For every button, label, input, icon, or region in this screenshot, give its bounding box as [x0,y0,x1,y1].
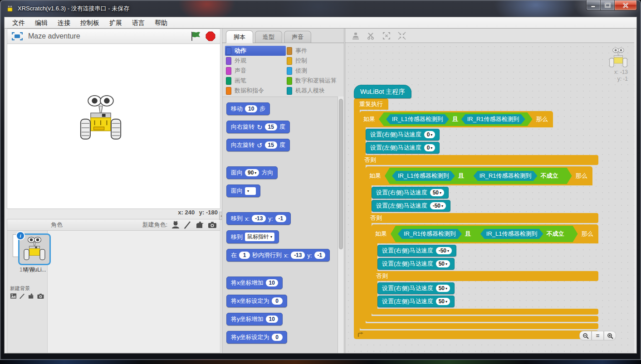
robot-sprite[interactable] [79,94,122,144]
number-input[interactable]: 0 [272,297,283,305]
shrink-icon[interactable] [398,32,406,40]
category-3[interactable]: 画笔 [225,76,286,86]
category-9[interactable]: 机器人模块 [286,86,342,96]
category-6[interactable]: 控制 [286,56,342,66]
hat-block-wulibot-main[interactable]: WuLiBot 主程序 [354,85,411,98]
tab-sounds[interactable]: 声音 [284,31,311,43]
palette-block-2[interactable]: 向左旋转↺15度 [226,139,290,151]
camera-backdrop-icon[interactable] [37,293,44,299]
set-left-motor-block[interactable]: 设置(左侧)马达速度50▾ [377,296,455,307]
maximize-button[interactable] [601,0,615,10]
if-else-block-1[interactable]: 如果 IR_L1传感器检测到 且 IR_R1传感器检测到 那么 [360,111,598,329]
stop-button[interactable] [206,31,215,41]
and-operator-1[interactable]: IR_L1传感器检测到 且 IR_R1传感器检测到 [379,112,533,126]
and-operator-3[interactable]: IR_R1传感器检测到 且 IR_L1传感器检测到 不成立 [391,226,578,242]
paint-new-sprite-icon[interactable] [183,221,192,229]
category-0[interactable]: 动作 [225,46,286,56]
category-8[interactable]: 数字和逻辑运算 [286,76,342,86]
sensor-ir-r1[interactable]: IR_R1传感器检测到 [474,171,538,181]
number-input[interactable]: 15 [265,141,277,149]
dropdown[interactable]: -50▾ [430,202,446,209]
repeat-forever-block[interactable]: 重复执行 如果 IR_L1传感器检测到 且 IR [354,98,598,339]
palette-block-4[interactable]: 面向▾ [226,184,260,197]
upload-sprite-icon[interactable] [196,221,205,229]
dropdown[interactable]: 90▾ [245,169,259,176]
stamp-icon[interactable] [352,32,360,40]
number-input[interactable]: -1 [314,252,326,259]
sprite-info-badge[interactable]: i [16,231,25,240]
palette-scrollbar[interactable] [338,97,344,353]
scissors-icon[interactable] [367,32,375,40]
set-left-motor-block[interactable]: 设置(左侧)马达速度50▾ [377,258,455,270]
category-1[interactable]: 外观 [225,56,286,66]
backdrop-library-icon[interactable] [10,293,17,299]
palette-block-5[interactable]: 移到x:-13y:-1 [226,212,291,225]
paint-backdrop-icon[interactable] [19,293,26,299]
sensor-ir-l1[interactable]: IR_L1传感器检测到 [392,171,455,181]
not-operator[interactable]: IR_R1传感器检测到 不成立 [467,170,565,182]
tab-scripts[interactable]: 脚本 [226,30,253,43]
not-operator[interactable]: IR_L1传感器检测到 不成立 [474,228,571,240]
green-flag-button[interactable] [190,31,201,41]
menu-file[interactable]: 文件 [7,17,30,28]
sensor-ir-r1[interactable]: IR_R1传感器检测到 [398,229,462,239]
script-canvas[interactable]: x: -13 y: -1 WuLiBot 主程序 重复执行 [345,44,634,353]
sensor-ir-r1[interactable]: IR_R1传感器检测到 [461,114,525,124]
title-bar[interactable]: XRScratch(v1.6.3) - 没有连接串口 - 未保存 [0,0,641,17]
palette-block-10[interactable]: 将y坐标增加10 [226,313,283,325]
and-operator-2[interactable]: IR_L1传感器检测到 且 IR_R1传感器检测到 不成立 [385,168,572,184]
set-left-motor-block[interactable]: 设置(左侧)马达速度-50▾ [372,200,450,212]
palette-block-0[interactable]: 移动10步 [226,102,270,115]
if-else-block-2[interactable]: 如果 IR_L1传感器检测到 且 IR_R1传感器检测到 不成立 [366,166,598,322]
number-input[interactable]: 1 [239,252,250,259]
menu-edit[interactable]: 编辑 [30,17,53,28]
dropdown[interactable]: 50▾ [430,189,444,196]
number-input[interactable]: -1 [275,215,287,222]
menu-help[interactable]: 帮助 [150,17,172,28]
palette-block-11[interactable]: 将y坐标设定为0 [226,331,287,344]
palette-block-7[interactable]: 在1秒内滑行到x:-13y:-1 [226,249,330,262]
minimize-button[interactable] [586,0,601,10]
grow-icon[interactable] [382,32,391,40]
palette-block-8[interactable]: 将x坐标增加10 [226,277,283,289]
dropdown[interactable]: 50▾ [436,285,450,292]
new-sprite-library-icon[interactable] [171,221,180,229]
menu-dropdown[interactable]: 鼠标指针▾ [245,233,274,241]
dropdown[interactable]: -50▾ [436,247,452,254]
number-input[interactable]: 15 [265,123,277,131]
palette-block-6[interactable]: 移到鼠标指针▾ [226,230,279,243]
palette-block-3[interactable]: 面向90▾方向 [226,166,278,179]
menu-language[interactable]: 语言 [127,17,150,28]
palette-scrollbar-thumb[interactable] [339,99,343,249]
camera-sprite-icon[interactable] [208,221,217,229]
dropdown[interactable]: 50▾ [436,298,450,305]
category-2[interactable]: 声音 [225,66,286,76]
zoom-in-button[interactable] [604,331,616,340]
menu-board[interactable]: 控制板 [75,17,104,28]
sensor-ir-l1[interactable]: IR_L1传感器检测到 [480,229,543,239]
menu-extensions[interactable]: 扩展 [104,17,127,28]
sprite-thumbnail[interactable]: i [18,233,51,265]
close-button[interactable] [615,0,637,10]
category-7[interactable]: 侦测 [286,66,342,76]
zoom-reset-button[interactable]: = [592,331,604,340]
menu-connect[interactable]: 连接 [53,17,75,28]
number-input[interactable]: 10 [266,279,278,286]
fullscreen-icon[interactable] [12,32,23,40]
number-input[interactable]: 0 [272,334,283,341]
palette-block-9[interactable]: 将x坐标设定为0 [226,295,287,307]
set-right-motor-block[interactable]: 设置(右侧)马达速度50▾ [372,187,449,199]
set-right-motor-block[interactable]: 设置(右侧)马达速度0▾ [366,129,440,141]
sensor-ir-l1[interactable]: IR_L1传感器检测到 [386,114,449,124]
dropdown[interactable]: 0▾ [424,144,435,151]
category-5[interactable]: 事件 [286,46,342,56]
set-right-motor-block[interactable]: 设置(右侧)马达速度-50▾ [377,245,456,257]
number-input[interactable]: 10 [245,105,257,112]
number-input[interactable]: -13 [291,252,305,259]
set-right-motor-block[interactable]: 设置(右侧)马达速度50▾ [377,282,455,294]
zoom-out-button[interactable] [579,331,592,340]
category-4[interactable]: 数据和指令 [225,86,286,96]
tab-costumes[interactable]: 造型 [255,31,282,43]
number-input[interactable]: 10 [266,315,278,323]
number-input[interactable]: -13 [252,215,266,222]
